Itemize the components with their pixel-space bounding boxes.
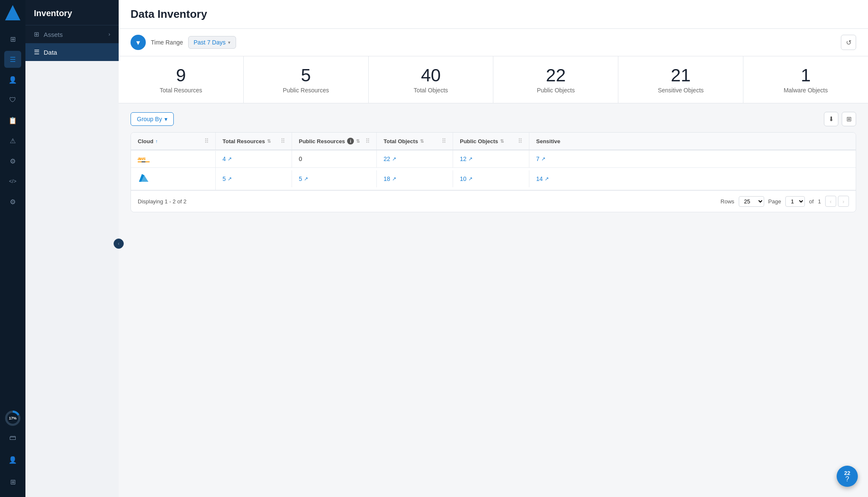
th-total-objects[interactable]: Total Objects ⇅ ⠿ — [377, 133, 453, 150]
sidebar-icon-data[interactable]: ☰ — [4, 51, 21, 68]
stat-public-resources: 5 Public Resources — [244, 56, 369, 103]
refresh-icon: ↺ — [846, 39, 851, 47]
group-by-label: Group By — [137, 116, 162, 122]
sidebar-bottom: 17% 🗃 👤 ⊞ — [4, 411, 21, 492]
table-row: 5 ↗ 5 ↗ 18 ↗ — [131, 168, 856, 190]
progress-circle[interactable]: 17% — [5, 411, 20, 426]
sidebar-icon-code[interactable]: </> — [4, 173, 21, 190]
toolbar-right: ⬇ ⊞ — [824, 112, 856, 126]
th-public-resources-label: Public Resources — [299, 138, 345, 144]
th-sensitive-label: Sensitive — [536, 138, 560, 144]
filter-button[interactable]: ▼ — [131, 35, 146, 50]
drag-icon: ⠿ — [442, 138, 446, 144]
report-icon: 📋 — [8, 117, 17, 125]
total-resources-link-azure[interactable]: 5 ↗ — [223, 175, 232, 182]
sensitive-value-azure: 14 — [536, 175, 543, 182]
td-total-objects-aws: 22 ↗ — [377, 150, 453, 167]
public-objects-link-azure[interactable]: 10 ↗ — [460, 175, 473, 182]
user-icon: 👤 — [8, 456, 17, 464]
drag-icon: ⠿ — [518, 138, 522, 144]
sidebar: ⊞ ☰ 👤 🛡 📋 ⚠ ⚙ </> ⚙ 17% 🗃 👤 ⊞ — [0, 0, 25, 497]
total-pages: 1 — [818, 198, 821, 205]
stat-number-public-resources: 5 — [252, 66, 360, 85]
sidebar-icon-assets[interactable]: ⊞ — [4, 31, 21, 47]
rows-per-page-select[interactable]: 25 50 100 — [739, 196, 764, 207]
total-resources-link-aws[interactable]: 4 ↗ — [223, 155, 232, 162]
page-number-select[interactable]: 1 — [785, 196, 805, 207]
total-objects-link-azure[interactable]: 18 ↗ — [384, 175, 396, 182]
public-resources-link-azure[interactable]: 5 ↗ — [299, 175, 308, 182]
public-objects-value-azure: 10 — [460, 175, 467, 182]
stat-label-public-objects: Public Objects — [502, 87, 609, 94]
stat-number-public-objects: 22 — [502, 66, 609, 85]
th-public-objects[interactable]: Public Objects ⇅ ⠿ — [453, 133, 529, 150]
external-link-icon: ↗ — [541, 156, 545, 162]
sidebar-icon-user[interactable]: 👤 — [4, 451, 21, 468]
th-total-resources-label: Total Resources — [223, 138, 265, 144]
nav-item-data[interactable]: ☰ Data — [25, 43, 119, 61]
th-cloud[interactable]: Cloud ↑ ⠿ — [131, 133, 216, 150]
stat-malware-objects: 1 Malware Objects — [743, 56, 868, 103]
table-footer: Displaying 1 - 2 of 2 Rows 25 50 100 Pag… — [131, 190, 856, 212]
nav-panel-wrapper: Inventory ⊞ Assets › ☰ Data ‹ — [25, 0, 119, 497]
prev-page-button[interactable]: ‹ — [825, 196, 836, 207]
th-sensitive[interactable]: Sensitive — [529, 133, 589, 150]
download-icon: ⬇ — [829, 115, 834, 123]
sensitive-link-azure[interactable]: 14 ↗ — [536, 175, 549, 182]
stat-number-total-objects: 40 — [377, 66, 485, 85]
time-range-label: Time Range — [151, 39, 183, 46]
columns-icon: ⊞ — [846, 115, 852, 123]
stat-total-resources: 9 Total Resources — [119, 56, 244, 103]
sidebar-icon-people[interactable]: 👤 — [4, 71, 21, 88]
stat-public-objects: 22 Public Objects — [493, 56, 618, 103]
sidebar-icon-shield[interactable]: 🛡 — [4, 92, 21, 108]
nav-icon-data: ☰ — [34, 48, 39, 56]
columns-button[interactable]: ⊞ — [842, 112, 856, 126]
stat-total-objects: 40 Total Objects — [369, 56, 494, 103]
total-objects-value-azure: 18 — [384, 175, 390, 182]
sidebar-icon-config[interactable]: ⚙ — [4, 193, 21, 210]
chevron-down-icon: ▾ — [164, 116, 167, 122]
sidebar-icon-report[interactable]: 📋 — [4, 112, 21, 129]
td-total-objects-azure: 18 ↗ — [377, 170, 453, 187]
sort-icon-total-objects: ⇅ — [420, 139, 424, 144]
sidebar-icon-alert[interactable]: ⚠ — [4, 132, 21, 149]
td-total-resources-aws: 4 ↗ — [216, 150, 292, 167]
table-row: aws 4 ↗ 0 22 ↗ — [131, 150, 856, 168]
th-public-resources[interactable]: Public Resources i ⇅ ⠿ — [292, 133, 377, 150]
aws-logo: aws — [138, 156, 150, 162]
help-icon: ? — [846, 476, 849, 483]
sidebar-icon-settings[interactable]: ⚙ — [4, 153, 21, 169]
next-page-button[interactable]: › — [838, 196, 849, 207]
nav-label-data: Data — [44, 49, 57, 56]
shield-icon: 🛡 — [9, 96, 16, 104]
external-link-icon: ↗ — [468, 156, 473, 162]
stat-sensitive-objects: 21 Sensitive Objects — [618, 56, 743, 103]
stat-label-total-resources: Total Resources — [127, 87, 235, 94]
nav-label-assets: Assets — [44, 31, 63, 38]
data-table: Cloud ↑ ⠿ Total Resources ⇅ ⠿ Public Res… — [131, 132, 856, 212]
info-icon: i — [347, 138, 354, 144]
sidebar-icon-apps[interactable]: ⊞ — [4, 473, 21, 490]
stat-number-total-resources: 9 — [127, 66, 235, 85]
th-total-objects-label: Total Objects — [384, 138, 418, 144]
total-objects-link-aws[interactable]: 22 ↗ — [384, 155, 396, 162]
grid-icon: ⊞ — [10, 35, 16, 43]
help-badge[interactable]: 22 ? — [837, 466, 858, 487]
stat-label-total-objects: Total Objects — [377, 87, 485, 94]
nav-item-assets[interactable]: ⊞ Assets › — [25, 25, 119, 43]
sort-icon-public-objects: ⇅ — [500, 139, 504, 144]
sensitive-link-aws[interactable]: 7 ↗ — [536, 155, 545, 162]
nav-collapse-button[interactable]: ‹ — [114, 239, 124, 249]
sidebar-icon-storage[interactable]: 🗃 — [4, 429, 21, 446]
group-by-button[interactable]: Group By ▾ — [131, 112, 174, 126]
public-objects-link-aws[interactable]: 12 ↗ — [460, 155, 473, 162]
filter-icon: ▼ — [135, 39, 142, 46]
download-button[interactable]: ⬇ — [824, 112, 838, 126]
refresh-button[interactable]: ↺ — [841, 35, 856, 50]
app-logo[interactable] — [5, 5, 20, 20]
page-navigation: ‹ › — [825, 196, 849, 207]
th-total-resources[interactable]: Total Resources ⇅ ⠿ — [216, 133, 292, 150]
stat-label-malware-objects: Malware Objects — [752, 87, 860, 94]
time-range-dropdown[interactable]: Past 7 Days ▾ — [188, 36, 236, 49]
